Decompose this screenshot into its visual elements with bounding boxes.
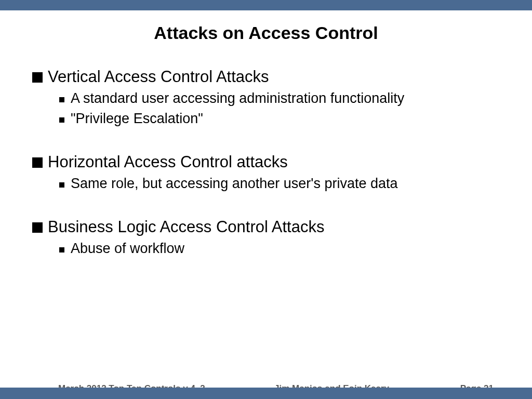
square-bullet-icon bbox=[32, 157, 43, 168]
sub-item: Abuse of workflow bbox=[59, 241, 500, 257]
square-bullet-icon bbox=[32, 222, 43, 233]
section-heading: Business Logic Access Control Attacks bbox=[32, 218, 500, 236]
slide: Attacks on Access Control Vertical Acces… bbox=[0, 0, 532, 399]
sub-item: Same role, but accessing another user's … bbox=[59, 176, 500, 192]
section-heading: Horizontal Access Control attacks bbox=[32, 153, 500, 171]
bottom-bar bbox=[0, 388, 532, 399]
sub-item-text: Same role, but accessing another user's … bbox=[71, 176, 398, 192]
heading-text: Horizontal Access Control attacks bbox=[48, 153, 288, 171]
sub-item: "Privilege Escalation" bbox=[59, 111, 500, 127]
sub-item-text: Abuse of workflow bbox=[71, 241, 184, 257]
small-square-bullet-icon bbox=[59, 182, 64, 188]
slide-title: Attacks on Access Control bbox=[0, 23, 532, 43]
section-heading: Vertical Access Control Attacks bbox=[32, 68, 500, 86]
heading-text: Business Logic Access Control Attacks bbox=[48, 218, 324, 236]
heading-text: Vertical Access Control Attacks bbox=[48, 68, 269, 86]
sub-item-text: "Privilege Escalation" bbox=[71, 111, 203, 127]
small-square-bullet-icon bbox=[59, 247, 64, 252]
small-square-bullet-icon bbox=[59, 97, 64, 102]
top-bar bbox=[0, 0, 532, 10]
slide-content: Vertical Access Control Attacks A standa… bbox=[32, 68, 500, 257]
square-bullet-icon bbox=[32, 72, 43, 83]
small-square-bullet-icon bbox=[59, 117, 64, 123]
sub-item-text: A standard user accessing administration… bbox=[71, 90, 404, 107]
sub-item: A standard user accessing administration… bbox=[59, 90, 500, 107]
